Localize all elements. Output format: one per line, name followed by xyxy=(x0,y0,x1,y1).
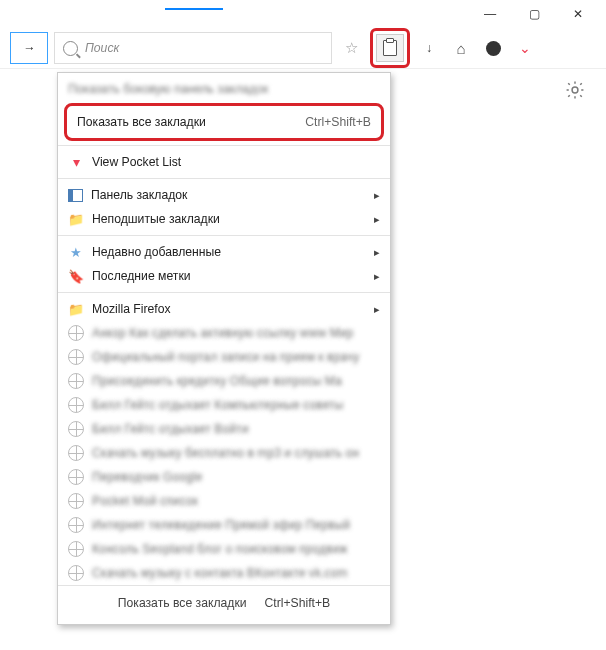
bookmark-label: Скачать музыку бесплатно в mp3 и слушать… xyxy=(92,446,359,460)
bookmark-item[interactable]: Интернет телевидение Прямой эфир Первый xyxy=(58,513,390,537)
home-icon: ⌂ xyxy=(456,40,465,57)
globe-icon xyxy=(68,517,84,533)
menu-separator xyxy=(58,292,390,293)
highlighted-show-all-bookmarks[interactable]: Показать все закладки Ctrl+Shift+B xyxy=(64,103,384,141)
bookmark-item[interactable]: Официальный портал записи на прием к вра… xyxy=(58,345,390,369)
bookmark-item[interactable]: Билл Гейтс отдыхает Компьютерные советы xyxy=(58,393,390,417)
arrow-right-icon: → xyxy=(23,41,35,55)
bookmark-item[interactable]: Присоединить кредитку Общие вопросы Ма xyxy=(58,369,390,393)
folder-icon: 📁 xyxy=(68,211,84,227)
minimize-button[interactable]: — xyxy=(468,0,512,28)
menu-item-unfiled[interactable]: 📁 Неподшитые закладки xyxy=(58,207,390,231)
keyboard-shortcut: Ctrl+Shift+B xyxy=(305,115,371,129)
globe-icon xyxy=(68,421,84,437)
bookmark-item[interactable]: Анкор Как сделать активную ссылку www Ми… xyxy=(58,321,390,345)
search-placeholder: Поиск xyxy=(85,41,119,55)
menu-item-firefox-folder[interactable]: 📁 Mozilla Firefox xyxy=(58,297,390,321)
menu-separator xyxy=(58,235,390,236)
bookmark-label: Интернет телевидение Прямой эфир Первый xyxy=(92,518,350,532)
globe-icon xyxy=(68,349,84,365)
menu-label: Показать боковую панель закладок xyxy=(68,82,268,96)
bookmark-list: Анкор Как сделать активную ссылку www Ми… xyxy=(58,321,390,585)
bookmarks-menu-button[interactable] xyxy=(376,34,404,62)
bookmark-item[interactable]: Скачать музыку бесплатно в mp3 и слушать… xyxy=(58,441,390,465)
search-input[interactable]: Поиск xyxy=(54,32,332,64)
menu-label: Неподшитые закладки xyxy=(92,212,220,226)
globe-icon xyxy=(68,445,84,461)
active-tab-indicator xyxy=(165,8,223,10)
menu-label: Mozilla Firefox xyxy=(92,302,171,316)
settings-button[interactable] xyxy=(564,79,586,104)
globe-icon xyxy=(68,565,84,581)
tag-icon: 🔖 xyxy=(68,268,84,284)
bookmarks-list-icon xyxy=(383,40,397,56)
bookmark-label: Переводчик Google xyxy=(92,470,202,484)
sidebar-icon xyxy=(68,189,83,202)
keyboard-shortcut: Ctrl+Shift+B xyxy=(265,596,331,610)
bookmark-item[interactable]: Консоль Seopland блог о поисковом продви… xyxy=(58,537,390,561)
bookmark-label: Скачать музыку с контакта ВКонтакте vk.c… xyxy=(92,566,347,580)
download-icon: ↓ xyxy=(426,41,432,55)
maximize-button[interactable]: ▢ xyxy=(512,0,556,28)
menu-footer-show-all[interactable]: Показать все закладки Ctrl+Shift+B xyxy=(58,585,390,620)
downloads-button[interactable]: ↓ xyxy=(416,35,442,61)
browser-toolbar: → Поиск ☆ ↓ ⌂ ⌄ xyxy=(0,28,606,69)
globe-icon xyxy=(68,469,84,485)
menu-label: Последние метки xyxy=(92,269,191,283)
highlighted-bookmarks-button xyxy=(370,28,410,68)
bookmark-label: Анкор Как сделать активную ссылку www Ми… xyxy=(92,326,353,340)
menu-label: Панель закладок xyxy=(91,188,187,202)
bookmark-label: Билл Гейтс отдыхает Компьютерные советы xyxy=(92,398,343,412)
bookmark-label: Билл Гейтс отдыхает Войти xyxy=(92,422,248,436)
folder-icon: 📁 xyxy=(68,301,84,317)
menu-separator xyxy=(58,178,390,179)
svg-point-0 xyxy=(572,87,578,93)
star-icon: ★ xyxy=(68,244,84,260)
bookmark-item[interactable]: Переводчик Google xyxy=(58,465,390,489)
gear-icon xyxy=(564,79,586,101)
menu-item-recent[interactable]: ★ Недавно добавленные xyxy=(58,240,390,264)
bookmark-item[interactable]: Билл Гейтс отдыхает Войти xyxy=(58,417,390,441)
pocket-icon: ▾ xyxy=(68,154,84,170)
globe-icon xyxy=(68,325,84,341)
menu-label: Недавно добавленные xyxy=(92,245,221,259)
face-icon xyxy=(486,41,501,56)
globe-icon xyxy=(68,397,84,413)
search-icon xyxy=(63,41,78,56)
bookmark-label: Консоль Seopland блог о поисковом продви… xyxy=(92,542,347,556)
forward-button[interactable]: → xyxy=(10,32,48,64)
bookmark-item[interactable]: Скачать музыку с контакта ВКонтакте vk.c… xyxy=(58,561,390,585)
bookmark-label: Официальный портал записи на прием к вра… xyxy=(92,350,359,364)
window-titlebar: — ▢ ✕ xyxy=(0,0,606,28)
bookmark-item[interactable]: Pocket Мой список xyxy=(58,489,390,513)
menu-item-pocket[interactable]: ▾ View Pocket List xyxy=(58,150,390,174)
home-button[interactable]: ⌂ xyxy=(448,35,474,61)
globe-icon xyxy=(68,493,84,509)
menu-item-tags[interactable]: 🔖 Последние метки xyxy=(58,264,390,288)
bookmark-star-icon[interactable]: ☆ xyxy=(338,35,364,61)
account-button[interactable] xyxy=(480,35,506,61)
pocket-button[interactable]: ⌄ xyxy=(512,35,538,61)
bookmark-label: Pocket Мой список xyxy=(92,494,198,508)
globe-icon xyxy=(68,541,84,557)
menu-label: Показать все закладки xyxy=(77,115,206,129)
menu-label: Показать все закладки xyxy=(118,596,247,610)
menu-separator xyxy=(58,145,390,146)
pocket-icon: ⌄ xyxy=(517,40,533,56)
close-button[interactable]: ✕ xyxy=(556,0,600,28)
menu-label: View Pocket List xyxy=(92,155,181,169)
globe-icon xyxy=(68,373,84,389)
menu-item-sidebar[interactable]: Показать боковую панель закладок xyxy=(58,77,390,101)
menu-item-bookmarks-panel[interactable]: Панель закладок xyxy=(58,183,390,207)
bookmark-label: Присоединить кредитку Общие вопросы Ма xyxy=(92,374,342,388)
bookmarks-dropdown-menu: Показать боковую панель закладок Показат… xyxy=(57,72,391,625)
